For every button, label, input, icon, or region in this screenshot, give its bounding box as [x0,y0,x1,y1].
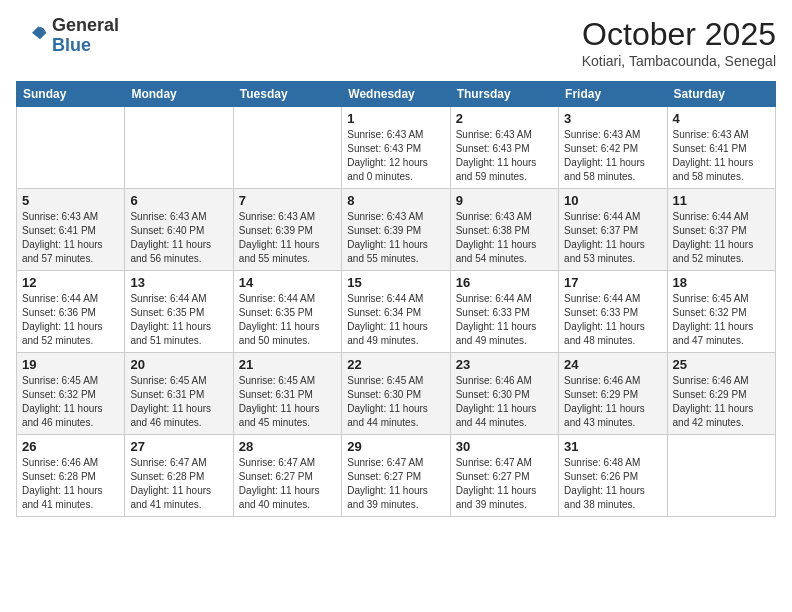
day-info: Sunrise: 6:43 AM Sunset: 6:43 PM Dayligh… [347,128,444,184]
calendar-cell: 17Sunrise: 6:44 AM Sunset: 6:33 PM Dayli… [559,271,667,353]
weekday-header-tuesday: Tuesday [233,82,341,107]
day-info: Sunrise: 6:46 AM Sunset: 6:29 PM Dayligh… [673,374,770,430]
day-number: 7 [239,193,336,208]
calendar-cell: 2Sunrise: 6:43 AM Sunset: 6:43 PM Daylig… [450,107,558,189]
day-info: Sunrise: 6:44 AM Sunset: 6:35 PM Dayligh… [130,292,227,348]
calendar-cell: 6Sunrise: 6:43 AM Sunset: 6:40 PM Daylig… [125,189,233,271]
logo-blue-text: Blue [52,36,119,56]
day-number: 12 [22,275,119,290]
weekday-header-saturday: Saturday [667,82,775,107]
calendar-cell: 24Sunrise: 6:46 AM Sunset: 6:29 PM Dayli… [559,353,667,435]
calendar-cell: 18Sunrise: 6:45 AM Sunset: 6:32 PM Dayli… [667,271,775,353]
logo-general-text: General [52,16,119,36]
day-number: 11 [673,193,770,208]
logo-icon [16,20,48,52]
svg-marker-0 [32,26,46,39]
calendar-cell: 28Sunrise: 6:47 AM Sunset: 6:27 PM Dayli… [233,435,341,517]
logo: General Blue [16,16,119,56]
day-info: Sunrise: 6:44 AM Sunset: 6:35 PM Dayligh… [239,292,336,348]
day-number: 30 [456,439,553,454]
calendar-cell: 5Sunrise: 6:43 AM Sunset: 6:41 PM Daylig… [17,189,125,271]
title-block: October 2025 Kotiari, Tambacounda, Seneg… [582,16,776,69]
day-info: Sunrise: 6:43 AM Sunset: 6:41 PM Dayligh… [673,128,770,184]
day-number: 28 [239,439,336,454]
day-info: Sunrise: 6:45 AM Sunset: 6:30 PM Dayligh… [347,374,444,430]
day-number: 8 [347,193,444,208]
calendar-cell: 12Sunrise: 6:44 AM Sunset: 6:36 PM Dayli… [17,271,125,353]
day-info: Sunrise: 6:46 AM Sunset: 6:28 PM Dayligh… [22,456,119,512]
day-info: Sunrise: 6:47 AM Sunset: 6:27 PM Dayligh… [456,456,553,512]
calendar-cell: 4Sunrise: 6:43 AM Sunset: 6:41 PM Daylig… [667,107,775,189]
day-info: Sunrise: 6:45 AM Sunset: 6:32 PM Dayligh… [22,374,119,430]
day-number: 4 [673,111,770,126]
day-number: 6 [130,193,227,208]
day-info: Sunrise: 6:46 AM Sunset: 6:29 PM Dayligh… [564,374,661,430]
day-number: 23 [456,357,553,372]
day-info: Sunrise: 6:47 AM Sunset: 6:28 PM Dayligh… [130,456,227,512]
calendar-cell: 13Sunrise: 6:44 AM Sunset: 6:35 PM Dayli… [125,271,233,353]
page-header: General Blue October 2025 Kotiari, Tamba… [16,16,776,69]
day-info: Sunrise: 6:43 AM Sunset: 6:41 PM Dayligh… [22,210,119,266]
calendar-week-row: 5Sunrise: 6:43 AM Sunset: 6:41 PM Daylig… [17,189,776,271]
day-number: 31 [564,439,661,454]
calendar-cell: 7Sunrise: 6:43 AM Sunset: 6:39 PM Daylig… [233,189,341,271]
day-number: 1 [347,111,444,126]
calendar-cell: 1Sunrise: 6:43 AM Sunset: 6:43 PM Daylig… [342,107,450,189]
day-info: Sunrise: 6:44 AM Sunset: 6:37 PM Dayligh… [673,210,770,266]
day-info: Sunrise: 6:47 AM Sunset: 6:27 PM Dayligh… [347,456,444,512]
calendar-cell: 23Sunrise: 6:46 AM Sunset: 6:30 PM Dayli… [450,353,558,435]
day-number: 20 [130,357,227,372]
calendar-cell: 9Sunrise: 6:43 AM Sunset: 6:38 PM Daylig… [450,189,558,271]
calendar-week-row: 12Sunrise: 6:44 AM Sunset: 6:36 PM Dayli… [17,271,776,353]
day-info: Sunrise: 6:43 AM Sunset: 6:39 PM Dayligh… [347,210,444,266]
day-number: 5 [22,193,119,208]
day-number: 18 [673,275,770,290]
calendar-cell [233,107,341,189]
calendar-cell: 11Sunrise: 6:44 AM Sunset: 6:37 PM Dayli… [667,189,775,271]
day-info: Sunrise: 6:44 AM Sunset: 6:33 PM Dayligh… [564,292,661,348]
day-info: Sunrise: 6:44 AM Sunset: 6:37 PM Dayligh… [564,210,661,266]
day-number: 22 [347,357,444,372]
day-number: 17 [564,275,661,290]
calendar-cell: 19Sunrise: 6:45 AM Sunset: 6:32 PM Dayli… [17,353,125,435]
day-info: Sunrise: 6:44 AM Sunset: 6:36 PM Dayligh… [22,292,119,348]
weekday-header-wednesday: Wednesday [342,82,450,107]
calendar-cell: 27Sunrise: 6:47 AM Sunset: 6:28 PM Dayli… [125,435,233,517]
day-info: Sunrise: 6:43 AM Sunset: 6:43 PM Dayligh… [456,128,553,184]
calendar-cell: 22Sunrise: 6:45 AM Sunset: 6:30 PM Dayli… [342,353,450,435]
day-number: 29 [347,439,444,454]
day-number: 19 [22,357,119,372]
calendar-table: SundayMondayTuesdayWednesdayThursdayFrid… [16,81,776,517]
month-title: October 2025 [582,16,776,53]
day-info: Sunrise: 6:46 AM Sunset: 6:30 PM Dayligh… [456,374,553,430]
weekday-header-monday: Monday [125,82,233,107]
location-subtitle: Kotiari, Tambacounda, Senegal [582,53,776,69]
calendar-week-row: 1Sunrise: 6:43 AM Sunset: 6:43 PM Daylig… [17,107,776,189]
calendar-cell: 14Sunrise: 6:44 AM Sunset: 6:35 PM Dayli… [233,271,341,353]
day-number: 21 [239,357,336,372]
calendar-cell: 26Sunrise: 6:46 AM Sunset: 6:28 PM Dayli… [17,435,125,517]
day-number: 24 [564,357,661,372]
day-info: Sunrise: 6:45 AM Sunset: 6:32 PM Dayligh… [673,292,770,348]
day-number: 16 [456,275,553,290]
calendar-cell [17,107,125,189]
day-number: 27 [130,439,227,454]
calendar-cell: 10Sunrise: 6:44 AM Sunset: 6:37 PM Dayli… [559,189,667,271]
day-info: Sunrise: 6:45 AM Sunset: 6:31 PM Dayligh… [130,374,227,430]
calendar-cell: 30Sunrise: 6:47 AM Sunset: 6:27 PM Dayli… [450,435,558,517]
day-number: 15 [347,275,444,290]
day-number: 3 [564,111,661,126]
calendar-week-row: 26Sunrise: 6:46 AM Sunset: 6:28 PM Dayli… [17,435,776,517]
calendar-cell: 3Sunrise: 6:43 AM Sunset: 6:42 PM Daylig… [559,107,667,189]
day-info: Sunrise: 6:44 AM Sunset: 6:33 PM Dayligh… [456,292,553,348]
day-number: 9 [456,193,553,208]
calendar-cell: 25Sunrise: 6:46 AM Sunset: 6:29 PM Dayli… [667,353,775,435]
day-info: Sunrise: 6:43 AM Sunset: 6:40 PM Dayligh… [130,210,227,266]
day-number: 25 [673,357,770,372]
weekday-header-row: SundayMondayTuesdayWednesdayThursdayFrid… [17,82,776,107]
day-info: Sunrise: 6:43 AM Sunset: 6:38 PM Dayligh… [456,210,553,266]
weekday-header-sunday: Sunday [17,82,125,107]
day-number: 26 [22,439,119,454]
calendar-cell: 8Sunrise: 6:43 AM Sunset: 6:39 PM Daylig… [342,189,450,271]
weekday-header-thursday: Thursday [450,82,558,107]
